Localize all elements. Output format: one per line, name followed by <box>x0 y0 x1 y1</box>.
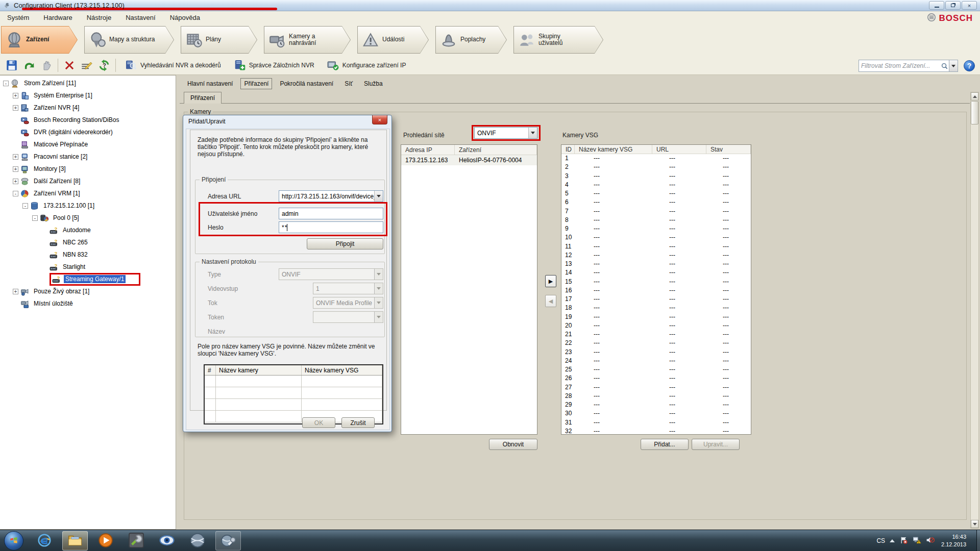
expand-toggle[interactable]: - <box>13 191 18 196</box>
pan-button[interactable] <box>38 58 55 73</box>
menu-item[interactable]: Nastavení <box>118 12 163 23</box>
tree-item[interactable]: +Pouze Živý obraz [1] <box>0 285 176 297</box>
tree-item[interactable]: +Systém Enterprise [1] <box>0 89 176 102</box>
taskbar-internet-explorer[interactable] <box>32 531 57 550</box>
vsg-row[interactable]: 17--------- <box>561 295 751 304</box>
menu-item[interactable]: Hardware <box>36 12 79 23</box>
tree-item[interactable]: ?NBN 832 <box>0 248 176 261</box>
expand-toggle[interactable]: + <box>13 105 18 111</box>
vsg-row[interactable]: 20--------- <box>561 321 751 330</box>
vsg-row[interactable]: 30--------- <box>561 409 751 418</box>
vsg-row[interactable]: 2--------- <box>561 163 751 171</box>
page-tab[interactable]: Hlavní nastavení <box>184 78 236 89</box>
vsg-row[interactable]: 7--------- <box>561 207 751 216</box>
minimize-button[interactable] <box>929 1 944 10</box>
vsg-row[interactable]: 11--------- <box>561 242 751 251</box>
ribbon-tab[interactable]: Události <box>357 26 429 54</box>
show-desktop-button[interactable] <box>976 530 980 551</box>
expand-toggle[interactable]: + <box>13 154 18 160</box>
vsg-row[interactable]: 15--------- <box>561 278 751 286</box>
language-indicator[interactable]: CS <box>876 537 885 544</box>
vsg-row[interactable]: 25--------- <box>561 365 751 374</box>
undo-button[interactable] <box>20 58 38 73</box>
taskbar-sphere-app[interactable] <box>185 531 210 550</box>
vsg-row[interactable]: 14--------- <box>561 268 751 277</box>
column-header[interactable]: Adresa IP <box>401 145 455 155</box>
clock[interactable]: 16:43 2.12.2013 <box>941 533 966 548</box>
tree-item[interactable]: ?NBC 265 <box>0 236 176 248</box>
expand-toggle[interactable]: - <box>22 203 28 209</box>
expand-toggle[interactable]: + <box>13 179 18 184</box>
help-button[interactable]: ? <box>964 60 975 71</box>
vsg-row[interactable]: 26--------- <box>561 374 751 383</box>
taskbar-viewer-eye[interactable] <box>154 531 180 550</box>
tree-item[interactable]: -Pool 0 [5] <box>0 212 176 224</box>
tree-item[interactable]: +Monitory [3] <box>0 163 176 175</box>
dialog-close-button[interactable]: × <box>372 115 387 124</box>
column-header[interactable]: ID <box>561 145 575 154</box>
tree-item[interactable]: Místní úložiště <box>0 297 176 310</box>
page-tab[interactable]: Síť <box>341 78 356 89</box>
tree-item[interactable]: ?Autodome <box>0 224 176 236</box>
url-combobox[interactable]: http://173.215.12.163/onvif/device_s <box>279 190 383 202</box>
vsg-row[interactable]: 24--------- <box>561 357 751 365</box>
vsg-row[interactable]: 4--------- <box>561 181 751 189</box>
cancel-button[interactable]: Zrušit <box>341 417 375 428</box>
tree-item[interactable]: DVR (digitální videorekordér) <box>0 126 176 138</box>
vsg-row[interactable]: 29--------- <box>561 400 751 409</box>
menu-item[interactable]: Systém <box>0 12 36 23</box>
taskbar-media-player[interactable] <box>93 531 118 550</box>
ribbon-tab[interactable]: Mapy a struktura <box>84 26 174 54</box>
start-button[interactable] <box>4 531 23 550</box>
vsg-row[interactable]: 27--------- <box>561 383 751 392</box>
refresh-button[interactable]: ? <box>95 58 113 73</box>
expand-toggle[interactable]: + <box>13 166 18 172</box>
tree-item[interactable]: Maticové Přepínače <box>0 138 176 151</box>
taskbar-config-client[interactable] <box>215 531 241 550</box>
restore-button[interactable] <box>945 1 961 10</box>
vsg-row[interactable]: 13--------- <box>561 260 751 268</box>
taskbar-explorer-folder[interactable] <box>62 531 88 550</box>
vsg-row[interactable]: 6--------- <box>561 198 751 207</box>
vsg-row[interactable]: 8--------- <box>561 216 751 224</box>
save-button[interactable] <box>3 58 20 73</box>
tree-item[interactable]: +Zařízení NVR [4] <box>0 102 176 114</box>
network-status-icon[interactable] <box>913 536 921 546</box>
action-center-icon[interactable] <box>899 536 908 546</box>
column-header[interactable]: Stav <box>706 145 751 154</box>
vsg-row[interactable]: 10--------- <box>561 233 751 242</box>
ip-config-button[interactable]: Konfigurace zařízení IP <box>321 57 412 74</box>
scan-row[interactable]: 173.215.12.163HeliosIP-54-0776-0004 <box>401 155 537 165</box>
vsg-row[interactable]: 5--------- <box>561 189 751 198</box>
tree-item[interactable]: -173.215.12.100 [1] <box>0 199 176 212</box>
vsg-row[interactable]: 19--------- <box>561 313 751 321</box>
ribbon-tab[interactable]: Kamery a nahrávání <box>264 26 351 54</box>
refresh-button[interactable]: Obnovit <box>489 439 537 450</box>
vsg-row[interactable]: 22--------- <box>561 339 751 347</box>
vsg-row[interactable]: 21--------- <box>561 330 751 339</box>
volume-muted-icon[interactable] <box>926 536 935 546</box>
tree-item[interactable]: -Strom Zařízení [11] <box>0 77 176 89</box>
taskbar-tool-wrench[interactable] <box>124 531 149 550</box>
scroll-down-button[interactable] <box>971 520 978 528</box>
menu-item[interactable]: Nápověda <box>163 12 207 23</box>
vsg-row[interactable]: 23--------- <box>561 348 751 357</box>
backup-nvr-button[interactable]: Správce Záložních NVR <box>227 57 321 74</box>
column-header[interactable]: Název kamery VSG <box>575 145 652 154</box>
vsg-row[interactable]: 12--------- <box>561 251 751 260</box>
connect-button[interactable]: Připojit <box>307 238 383 249</box>
expand-toggle[interactable]: - <box>3 81 9 86</box>
ribbon-tab[interactable]: Plány <box>181 26 257 54</box>
menu-item[interactable]: Nástroje <box>80 12 118 23</box>
scrollbar-thumb[interactable] <box>971 101 978 124</box>
move-left-button[interactable]: ◀ <box>545 295 556 307</box>
ribbon-tab[interactable]: Poplachy <box>435 26 507 54</box>
show-hidden-icons-button[interactable] <box>890 537 895 542</box>
ok-button[interactable]: OK <box>302 417 335 428</box>
vsg-row[interactable]: 32--------- <box>561 427 751 435</box>
tree-item[interactable]: ?Streaming Gateway/1 <box>0 273 176 285</box>
expand-toggle[interactable]: - <box>32 215 38 221</box>
page-tab[interactable]: Pokročilá nastavení <box>276 78 337 89</box>
expand-toggle[interactable]: + <box>13 93 18 98</box>
filter-input[interactable] <box>859 62 941 69</box>
